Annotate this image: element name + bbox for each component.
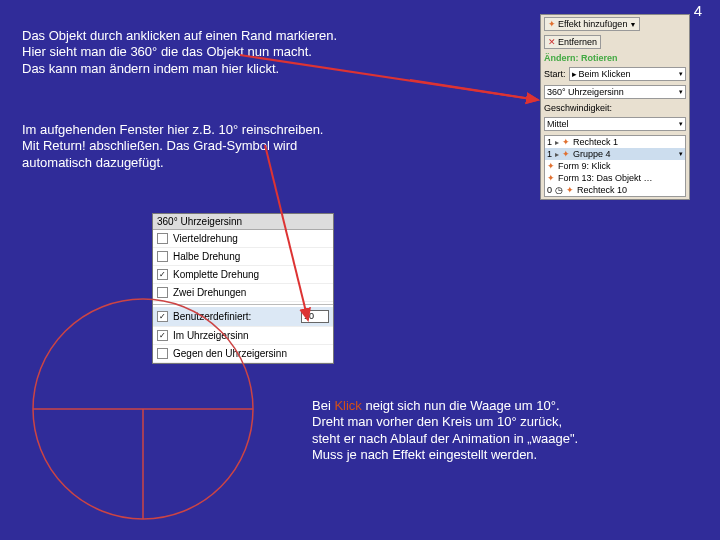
rotation-option-label: Vierteldrehung: [173, 233, 238, 244]
list-item[interactable]: ✦Form 9: Klick: [545, 160, 685, 172]
animation-task-pane: ✦ Effekt hinzufügen ▼ ✕ Entfernen Ändern…: [540, 14, 690, 200]
p2-l2: Mit Return! abschließen. Das Grad-Symbol…: [22, 138, 297, 153]
rotation-menu-title: 360° Uhrzeigersinn: [153, 214, 333, 230]
paragraph-1: Das Objekt durch anklicken auf einen Ran…: [22, 28, 502, 77]
list-item[interactable]: 1▸✦Gruppe 4▾: [545, 148, 685, 160]
start-dropdown[interactable]: ▸Beim Klicken ▾: [569, 67, 686, 81]
x-icon: ✕: [548, 37, 556, 47]
add-effect-label: Effekt hinzufügen: [558, 19, 627, 29]
mouse-icon: ▸: [555, 150, 559, 159]
check-icon: [157, 233, 168, 244]
item-label: Rechteck 1: [573, 137, 618, 147]
chevron-down-icon: ▾: [679, 70, 683, 78]
p2-l3: automatisch dazugefügt.: [22, 155, 164, 170]
degree-value: 360° Uhrzeigersinn: [547, 87, 624, 97]
star-icon: ✦: [548, 19, 556, 29]
p1-l3: Das kann man ändern indem man hier klick…: [22, 61, 279, 76]
item-label: Form 13: Das Objekt …: [558, 173, 653, 183]
mouse-icon: ▸: [555, 138, 559, 147]
add-effect-button[interactable]: ✦ Effekt hinzufügen ▼: [544, 17, 640, 31]
start-label: Start:: [544, 69, 566, 79]
chevron-down-icon: ▾: [679, 88, 683, 96]
paragraph-3: Bei Klick neigt sich nun die Waage um 10…: [312, 398, 702, 463]
rotation-option[interactable]: Vierteldrehung: [153, 230, 333, 248]
item-num: 1: [547, 137, 552, 147]
item-label: Gruppe 4: [573, 149, 611, 159]
p1-l1: Das Objekt durch anklicken auf einen Ran…: [22, 28, 337, 43]
custom-degree-input[interactable]: 10: [301, 310, 329, 323]
item-label: Form 9: Klick: [558, 161, 611, 171]
star-icon: ✦: [562, 137, 570, 147]
svg-line-4: [410, 80, 538, 100]
list-item[interactable]: 0◷✦Rechteck 10: [545, 184, 685, 196]
item-num: 0: [547, 185, 552, 195]
star-icon: ✦: [547, 173, 555, 183]
speed-value: Mittel: [547, 119, 569, 129]
list-item[interactable]: ✦Form 13: Das Objekt …: [545, 172, 685, 184]
list-item[interactable]: 1▸✦Rechteck 1: [545, 136, 685, 148]
check-icon: ✓: [157, 269, 168, 280]
paragraph-2: Im aufgehenden Fenster hier z.B. 10° rei…: [22, 122, 502, 171]
start-value: Beim Klicken: [579, 69, 631, 79]
p2-l1: Im aufgehenden Fenster hier z.B. 10° rei…: [22, 122, 323, 137]
item-label: Rechteck 10: [577, 185, 627, 195]
item-num: 1: [547, 149, 552, 159]
mouse-icon: ▸: [572, 69, 577, 79]
chevron-down-icon: ▾: [679, 120, 683, 128]
chevron-down-icon: ▼: [629, 21, 636, 28]
degree-dropdown[interactable]: 360° Uhrzeigersinn ▾: [544, 85, 686, 99]
rotation-option-label: Komplette Drehung: [173, 269, 259, 280]
p3-l2: Dreht man vorher den Kreis um 10° zurück…: [312, 414, 562, 429]
remove-button[interactable]: ✕ Entfernen: [544, 35, 601, 49]
balance-circle-diagram: [28, 294, 258, 524]
rotation-option[interactable]: ✓Komplette Drehung: [153, 266, 333, 284]
remove-label: Entfernen: [558, 37, 597, 47]
rotation-option-label: Halbe Drehung: [173, 251, 240, 262]
p3-pre: Bei: [312, 398, 334, 413]
change-rotate-header: Ändern: Rotieren: [541, 51, 689, 65]
star-icon: ✦: [566, 185, 574, 195]
rotation-option[interactable]: Halbe Drehung: [153, 248, 333, 266]
chevron-down-icon[interactable]: ▾: [679, 150, 683, 158]
page-number: 4: [694, 2, 702, 19]
klick-word: Klick: [334, 398, 361, 413]
animation-list: 1▸✦Rechteck 1 1▸✦Gruppe 4▾ ✦Form 9: Klic…: [544, 135, 686, 197]
star-icon: ✦: [547, 161, 555, 171]
clock-icon: ◷: [555, 185, 563, 195]
p1-l2: Hier sieht man die 360° die das Objekt n…: [22, 44, 312, 59]
star-icon: ✦: [562, 149, 570, 159]
p3-post: neigt sich nun die Waage um 10°.: [362, 398, 560, 413]
check-icon: [157, 251, 168, 262]
speed-label: Geschwindigkeit:: [544, 103, 612, 113]
speed-dropdown[interactable]: Mittel ▾: [544, 117, 686, 131]
p3-l4: Muss je nach Effekt eingestellt werden.: [312, 447, 537, 462]
p3-l3: steht er nach Ablauf der Animation in „w…: [312, 431, 578, 446]
